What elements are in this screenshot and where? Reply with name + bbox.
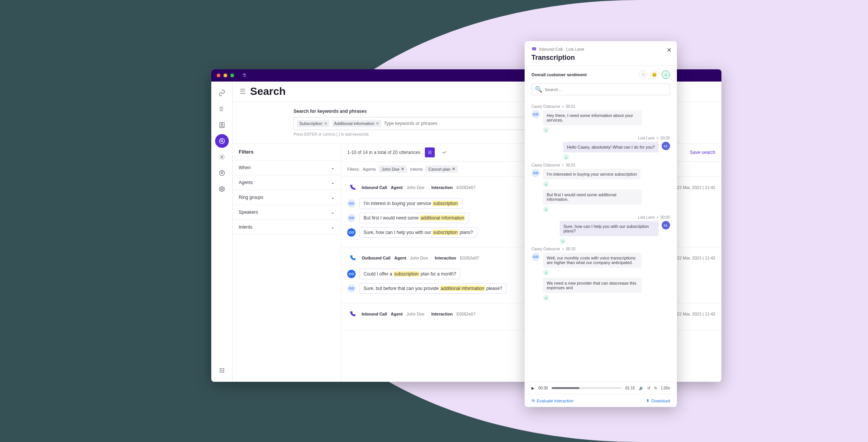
utterance-bubble: Could I offer a subscription plan for a … xyxy=(359,269,460,279)
sidebar-contact-icon[interactable] xyxy=(215,118,229,132)
utterance-bubble: I'm interest in buying your service subs… xyxy=(359,198,463,209)
audio-player: ▶ 00:30 01:15 🔊 ↺ ↻ 1.00x xyxy=(525,382,677,394)
sidebar-compass-icon[interactable] xyxy=(215,166,229,180)
save-search-link[interactable]: Save search xyxy=(690,150,715,155)
chevron-down-icon: ⌄ xyxy=(331,210,335,215)
svg-point-12 xyxy=(223,370,224,371)
search-tag[interactable]: Subscription✕ xyxy=(297,120,330,127)
page-title: Search xyxy=(250,85,286,98)
sidebar-gear-icon[interactable] xyxy=(215,182,229,196)
results-count: 1-10 of 14 in a total of 20 utterances xyxy=(347,150,420,155)
svg-point-6 xyxy=(221,188,223,190)
sentiment-happy-icon: ☺ xyxy=(560,238,566,244)
sentiment-happy-icon: ☺ xyxy=(563,154,569,160)
minimize-dot[interactable] xyxy=(223,74,227,77)
speaker-avatar: CO xyxy=(347,270,356,278)
transcript-row: COHey there, I need some information abo… xyxy=(531,110,670,133)
svg-point-3 xyxy=(221,140,223,142)
sentiment-neutral-icon[interactable]: 😐 xyxy=(650,70,659,79)
svg-point-13 xyxy=(220,372,221,373)
filter-item[interactable]: Intents⌄ xyxy=(233,220,341,235)
sentiment-happy-icon[interactable]: ☺ xyxy=(662,70,670,79)
forward-icon[interactable]: ↻ xyxy=(654,386,657,390)
download-icon: ⬇ xyxy=(646,398,649,403)
transcript-bubble: But first I would need some additional i… xyxy=(543,189,642,205)
view-list-button[interactable] xyxy=(425,147,435,157)
rewind-icon[interactable]: ↺ xyxy=(647,386,650,390)
filter-item[interactable]: Ring groups⌄ xyxy=(233,190,341,205)
sidebar-list-icon[interactable] xyxy=(215,102,229,116)
panel-header: ☎ Inbound Call · Lois Lane Transcription… xyxy=(525,41,677,66)
titlebar-icon: ⚗ xyxy=(242,72,247,78)
menu-toggle-icon[interactable]: ☰ xyxy=(239,87,246,96)
svg-point-5 xyxy=(219,170,225,176)
filter-item[interactable]: When⌄ xyxy=(233,160,341,175)
transcript-row: COI'm interested in buying your service … xyxy=(531,169,670,187)
evaluate-link[interactable]: ⊚Evaluate interaction xyxy=(531,398,574,403)
transcript-row: LLSure, how can I help you with our subs… xyxy=(531,221,670,244)
speaker-avatar: CO xyxy=(347,228,356,237)
utterance-bubble: Sure, how can I help you with our subscr… xyxy=(359,227,477,238)
filter-chip[interactable]: Cancel plan✕ xyxy=(426,165,458,173)
speaker-avatar: CO xyxy=(531,169,540,177)
sentiment-happy-icon: ☺ xyxy=(543,181,549,187)
download-link[interactable]: ⬇Download xyxy=(646,398,670,403)
utterance-bubble: But first I would need some additional i… xyxy=(359,213,469,223)
transcript-search-input[interactable] xyxy=(545,87,667,92)
transcript-bubble: Sure, how can I help you with our subscr… xyxy=(560,221,659,236)
filter-chip[interactable]: John Doe✕ xyxy=(379,165,407,173)
transcript-row: COWell, our monthly costs with voice tra… xyxy=(531,253,670,275)
volume-icon[interactable]: 🔊 xyxy=(639,386,643,390)
svg-point-8 xyxy=(221,368,222,369)
sentiment-happy-icon: ☺ xyxy=(543,206,549,212)
transcript-bubble: Hey there, I need some information about… xyxy=(543,110,642,125)
speaker-avatar: CO xyxy=(531,253,540,261)
speaker-avatar: LL xyxy=(662,142,670,150)
tag-remove-icon: ✕ xyxy=(324,121,327,126)
transcript-bubble: Well, our monthly costs with voice trans… xyxy=(543,253,642,268)
search-tag[interactable]: Additional information✕ xyxy=(332,120,382,127)
player-seek-bar[interactable] xyxy=(552,387,621,389)
svg-point-15 xyxy=(223,372,224,373)
search-icon: 🔍 xyxy=(535,86,542,93)
call-icon xyxy=(347,253,358,263)
transcript-bubble: Hello Casey, absolutely! What can I do f… xyxy=(563,142,659,152)
sidebar-link-icon[interactable] xyxy=(215,86,229,100)
transcript-row: We need a new provider that can descreas… xyxy=(531,278,670,301)
view-chart-button[interactable] xyxy=(439,147,449,157)
close-dot[interactable] xyxy=(217,74,220,77)
speaker-avatar: CO xyxy=(531,110,540,119)
sentiment-happy-icon: ☺ xyxy=(543,127,549,133)
svg-point-14 xyxy=(221,372,222,373)
player-current-time: 00:30 xyxy=(538,386,548,390)
sidebar-apps-icon[interactable] xyxy=(215,364,229,377)
filter-item[interactable]: Agents⌄ xyxy=(233,175,341,190)
close-icon[interactable]: ✕ xyxy=(667,46,672,54)
filters-title: Filters xyxy=(233,144,341,160)
filter-item[interactable]: Speakers⌄ xyxy=(233,205,341,220)
svg-point-7 xyxy=(220,368,221,369)
play-button[interactable]: ▶ xyxy=(531,386,535,390)
speaker-avatar: CO xyxy=(347,199,356,208)
panel-footer: ⊚Evaluate interaction ⬇Download xyxy=(525,394,677,407)
tag-remove-icon: ✕ xyxy=(376,121,379,126)
transcript-body[interactable]: Casey Osbourne•00:01COHey there, I need … xyxy=(525,99,677,382)
sentiment-sad-icon[interactable]: ☹ xyxy=(639,70,647,79)
svg-point-9 xyxy=(223,368,224,369)
sidebar xyxy=(211,82,233,382)
svg-point-11 xyxy=(221,370,222,371)
speaker-avatar: LL xyxy=(662,221,670,229)
sidebar-search-active-icon[interactable] xyxy=(215,134,229,148)
call-icon xyxy=(347,182,358,193)
panel-search[interactable]: 🔍 xyxy=(531,83,670,95)
sidebar-engine-icon[interactable] xyxy=(215,150,229,164)
maximize-dot[interactable] xyxy=(230,74,234,77)
chevron-down-icon: ⌄ xyxy=(331,195,335,200)
svg-point-1 xyxy=(221,123,223,125)
inbound-call-icon: ☎ xyxy=(531,46,537,51)
panel-meta: ☎ Inbound Call · Lois Lane xyxy=(531,46,670,51)
player-speed[interactable]: 1.00x xyxy=(661,386,670,390)
speaker-avatar: CO xyxy=(347,214,356,222)
target-icon: ⊚ xyxy=(531,398,535,403)
svg-point-2 xyxy=(219,138,225,144)
